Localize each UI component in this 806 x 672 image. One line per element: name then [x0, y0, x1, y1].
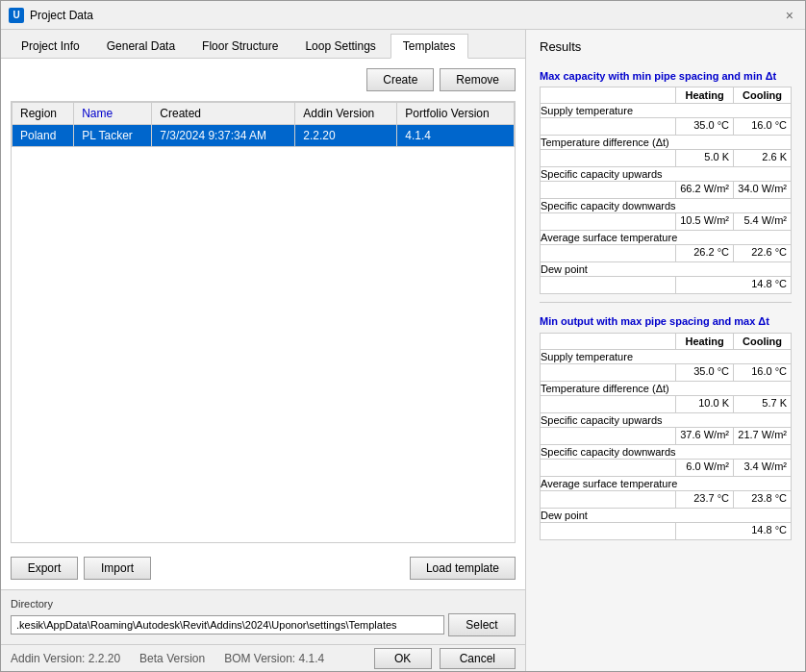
window-title: Project Data [30, 9, 93, 22]
row-name: PL Tacker [74, 125, 152, 147]
project-data-window: U Project Data × Project Info General Da… [0, 0, 806, 672]
col-name: Name [74, 103, 152, 125]
row-region: Poland [13, 125, 74, 147]
tab-templates[interactable]: Templates [390, 34, 468, 59]
section2-specup-heating: 37.6 W/m² [676, 427, 734, 444]
section1-col-heating: Heating [676, 87, 734, 104]
section1-tempdiff-label: Temperature difference (Δt) [541, 136, 792, 150]
remove-button[interactable]: Remove [440, 68, 516, 91]
section1-specup-label: Specific capacity upwards [541, 167, 792, 182]
section2-table: Heating Cooling Supply temperature 35.0 … [540, 333, 792, 540]
load-template-button[interactable]: Load template [410, 557, 516, 580]
tab-project-info[interactable]: Project Info [9, 34, 92, 58]
title-bar-left: U Project Data [9, 8, 93, 23]
table-row[interactable]: Poland PL Tacker 7/3/2024 9:37:34 AM 2.2… [13, 125, 515, 147]
section2-supply-heating: 35.0 °C [676, 363, 734, 381]
tab-floor-structure[interactable]: Floor Structure [189, 34, 290, 58]
templates-table: Region Name Created Addin Version Portfo… [12, 102, 515, 147]
section2-col-cooling: Cooling [733, 333, 791, 349]
results-title: Results [540, 39, 792, 54]
section2-header: Min output with max pipe spacing and max… [540, 314, 792, 328]
directory-section: Directory .kesik\AppData\Roaming\Autodes… [1, 589, 525, 644]
import-button[interactable]: Import [84, 557, 151, 580]
footer-buttons: OK Cancel [374, 648, 516, 669]
section1-avgsurface-cooling: 22.6 °C [733, 245, 791, 262]
select-button[interactable]: Select [448, 613, 516, 636]
col-region: Region [13, 103, 74, 125]
section2-tempdiff-heating: 10.0 K [676, 395, 734, 412]
section1-supply-cooling: 16.0 °C [733, 118, 791, 136]
section1-dewpoint-label: Dew point [541, 262, 792, 277]
title-bar: U Project Data × [1, 1, 805, 30]
section2-col-heating: Heating [676, 333, 734, 349]
directory-row: .kesik\AppData\Roaming\Autodesk\Revit\Ad… [11, 613, 516, 636]
action-buttons-row: Create Remove [11, 68, 516, 91]
section1-specup-heating: 66.2 W/m² [676, 182, 734, 199]
footer: Addin Version: 2.2.20 Beta Version BOM V… [1, 644, 525, 671]
section2-supply-cooling: 16.0 °C [733, 363, 791, 381]
beta-version-label: Beta Version [139, 652, 205, 665]
table-header-row: Region Name Created Addin Version Portfo… [13, 103, 515, 125]
section2-dewpoint-value: 14.8 °C [676, 522, 792, 539]
section1-dewpoint-value: 14.8 °C [676, 277, 792, 294]
ok-button[interactable]: OK [374, 648, 432, 669]
section1-tempdiff-heating: 5.0 K [676, 150, 734, 167]
tab-general-data[interactable]: General Data [94, 34, 188, 58]
section2-avgsurface-label: Average surface temperature [541, 476, 792, 490]
export-import-buttons: Export Import [11, 557, 151, 580]
left-panel: Project Info General Data Floor Structur… [1, 30, 526, 671]
templates-table-container: Region Name Created Addin Version Portfo… [11, 101, 516, 543]
section1-table: Heating Cooling Supply temperature 35.0 … [540, 87, 792, 294]
section1-specup-cooling: 34.0 W/m² [733, 182, 791, 199]
footer-version-info: Addin Version: 2.2.20 Beta Version BOM V… [11, 652, 324, 665]
section1-supply-label: Supply temperature [541, 104, 792, 118]
export-button[interactable]: Export [11, 557, 78, 580]
tab-bar: Project Info General Data Floor Structur… [1, 30, 525, 59]
section2-supply-label: Supply temperature [541, 349, 792, 363]
results-panel: Results Max capacity with min pipe spaci… [526, 30, 805, 671]
section1-header: Max capacity with min pipe spacing and m… [540, 69, 792, 83]
section1-specdown-label: Specific capacity downwards [541, 199, 792, 213]
section1-tempdiff-cooling: 2.6 K [733, 150, 791, 167]
section1-col-cooling: Cooling [733, 87, 791, 104]
app-icon: U [9, 8, 24, 23]
section1-supply-heating: 35.0 °C [676, 118, 734, 136]
templates-tab-content: Create Remove Region Name Created Addin … [1, 59, 525, 589]
row-portfolio-version: 4.1.4 [397, 125, 515, 147]
col-portfolio-version: Portfolio Version [397, 103, 515, 125]
section2-dewpoint-label: Dew point [541, 508, 792, 522]
addin-version-label: Addin Version: 2.2.20 [11, 652, 120, 665]
section2-specdown-label: Specific capacity downwards [541, 444, 792, 459]
bottom-buttons-row: Export Import Load template [11, 557, 516, 580]
section1-specdown-cooling: 5.4 W/m² [733, 213, 791, 231]
section1-avgsurface-heating: 26.2 °C [676, 245, 734, 262]
row-addin-version: 2.2.20 [295, 125, 397, 147]
section2-specdown-heating: 6.0 W/m² [676, 459, 734, 476]
section2-specup-cooling: 21.7 W/m² [733, 427, 791, 444]
section2-specdown-cooling: 3.4 W/m² [733, 459, 791, 476]
bom-version-label: BOM Version: 4.1.4 [224, 652, 324, 665]
section2-avgsurface-cooling: 23.8 °C [733, 490, 791, 508]
col-addin-version: Addin Version [295, 103, 397, 125]
main-content: Project Info General Data Floor Structur… [1, 30, 805, 671]
tab-loop-settings[interactable]: Loop Settings [292, 34, 388, 58]
cancel-button[interactable]: Cancel [440, 648, 516, 669]
directory-path: .kesik\AppData\Roaming\Autodesk\Revit\Ad… [11, 615, 444, 635]
section2-tempdiff-cooling: 5.7 K [733, 395, 791, 412]
create-button[interactable]: Create [366, 68, 434, 91]
close-button[interactable]: × [782, 8, 797, 23]
section2-specup-label: Specific capacity upwards [541, 412, 792, 427]
section2-avgsurface-heating: 23.7 °C [676, 490, 734, 508]
col-created: Created [152, 103, 295, 125]
row-created: 7/3/2024 9:37:34 AM [152, 125, 295, 147]
directory-label: Directory [11, 598, 516, 610]
section1-avgsurface-label: Average surface temperature [541, 231, 792, 245]
section2-tempdiff-label: Temperature difference (Δt) [541, 381, 792, 395]
section1-specdown-heating: 10.5 W/m² [676, 213, 734, 231]
